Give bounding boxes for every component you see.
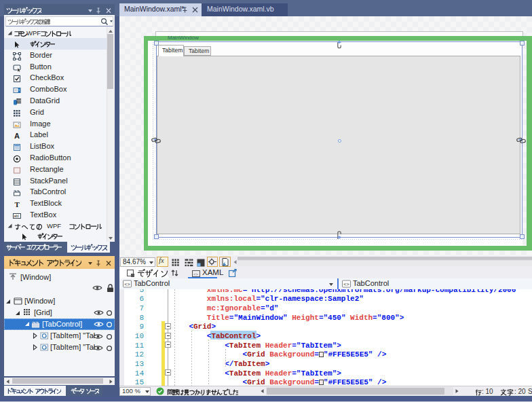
svg-text:<>: <> <box>343 282 349 287</box>
svg-text:<>: <> <box>124 282 130 287</box>
svg-text:A: A <box>14 132 20 140</box>
svg-text:<>: <> <box>193 272 199 277</box>
svg-text:T: T <box>15 200 20 208</box>
svg-text:abl: abl <box>14 214 19 218</box>
